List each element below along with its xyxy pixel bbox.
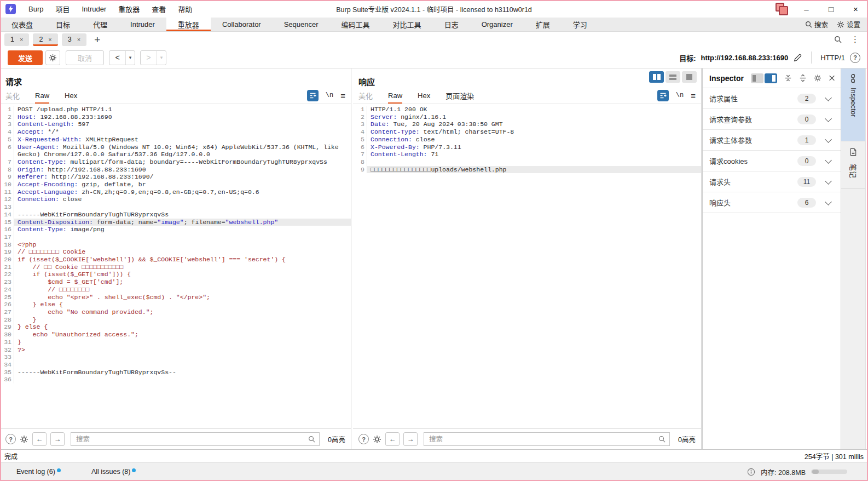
close-tab-icon[interactable]: ×	[20, 36, 23, 43]
target-section: 目标: http://192.168.88.233:1690 HTTP/1 ?	[679, 51, 860, 64]
menu-重放器[interactable]: 重放器	[112, 0, 146, 18]
main-tab-目标[interactable]: 目标	[44, 18, 82, 31]
chevron-down-icon[interactable]	[825, 157, 832, 164]
main-tab-编码工具[interactable]: 编码工具	[330, 18, 381, 31]
main-tab-日志[interactable]: 日志	[433, 18, 470, 31]
request-editor[interactable]: 1POST /upload.php HTTP/1.12Host: 192.168…	[0, 104, 351, 428]
main-tab-Intruder[interactable]: Intruder	[119, 18, 166, 31]
layout-columns-button[interactable]	[649, 71, 664, 83]
chevron-down-icon[interactable]	[825, 94, 832, 101]
send-button[interactable]: 发送	[8, 50, 43, 65]
main-tab-扩展[interactable]: 扩展	[524, 18, 562, 31]
response-tab-美化[interactable]: 美化	[358, 87, 373, 104]
repeater-tab-1[interactable]: 1×	[4, 33, 29, 46]
repeater-tab-2[interactable]: 2×	[33, 33, 57, 46]
show-newlines-icon[interactable]: \n	[676, 91, 684, 99]
show-newlines-icon[interactable]: \n	[326, 91, 333, 99]
layout-single-button[interactable]	[682, 71, 697, 83]
info-icon[interactable]	[747, 468, 755, 476]
add-repeater-tab-button[interactable]: +	[94, 35, 100, 45]
close-tab-icon[interactable]: ×	[48, 36, 51, 43]
menu-项目[interactable]: 项目	[49, 0, 76, 18]
help-icon[interactable]: ?	[850, 53, 860, 63]
search-settings-gear-icon[interactable]	[373, 435, 381, 444]
search-icon[interactable]	[834, 36, 842, 43]
search-input[interactable]	[428, 435, 658, 444]
main-tab-Collaborator[interactable]: Collaborator	[211, 18, 273, 31]
request-tab-Raw[interactable]: Raw	[35, 87, 49, 104]
response-tab-Raw[interactable]: Raw	[388, 87, 402, 104]
help-icon[interactable]: ?	[358, 434, 369, 444]
collapse-all-icon[interactable]	[784, 74, 792, 82]
next-match-button[interactable]: →	[403, 432, 418, 446]
global-settings-button[interactable]: 设置	[837, 19, 860, 30]
edit-target-pencil-icon[interactable]	[793, 53, 802, 62]
request-tab-Hex[interactable]: Hex	[65, 87, 77, 104]
menu-Burp[interactable]: Burp	[22, 0, 49, 18]
pretty-print-icon[interactable]	[657, 90, 669, 101]
request-tab-美化[interactable]: 美化	[5, 87, 20, 104]
main-tab-Organizer[interactable]: Organizer	[470, 18, 524, 31]
history-forward-caret[interactable]: ▾	[157, 51, 166, 65]
event-log-button[interactable]: Event log (6)	[16, 468, 61, 476]
http-version-selector[interactable]: HTTP/1	[820, 54, 845, 62]
recording-indicator-icon	[776, 3, 789, 15]
cancel-button[interactable]: 取消	[66, 50, 104, 65]
search-settings-gear-icon[interactable]	[20, 435, 28, 444]
main-tab-学习[interactable]: 学习	[562, 18, 599, 31]
previous-match-button[interactable]: ←	[32, 432, 47, 446]
main-tab-Sequencer[interactable]: Sequencer	[273, 18, 330, 31]
send-settings-button[interactable]	[45, 50, 60, 65]
side-tab-notes[interactable]: 笔记	[841, 141, 865, 189]
repeater-tab-3[interactable]: 3×	[62, 33, 86, 46]
gear-icon[interactable]	[814, 74, 821, 82]
inspector-section-响应头[interactable]: 响应头6	[703, 192, 841, 213]
inspector-section-请求cookies[interactable]: 请求cookies0	[703, 151, 841, 171]
main-tab-仪表盘[interactable]: 仪表盘	[0, 18, 44, 31]
main-tab-对比工具[interactable]: 对比工具	[381, 18, 433, 31]
history-forward-button[interactable]: >	[141, 51, 157, 65]
chevron-down-icon[interactable]	[825, 115, 832, 122]
inspector-section-请求属性[interactable]: 请求属性2	[703, 88, 841, 109]
history-back-caret[interactable]: ▾	[126, 51, 135, 65]
layout-rows-button[interactable]	[666, 71, 680, 83]
menu-帮助[interactable]: 帮助	[172, 0, 198, 18]
chevron-down-icon[interactable]	[825, 136, 832, 143]
more-options-icon[interactable]: ⋮	[851, 35, 859, 44]
menu-查看[interactable]: 查看	[146, 0, 172, 18]
response-tab-Hex[interactable]: Hex	[418, 87, 430, 104]
maximize-button[interactable]: □	[819, 0, 843, 18]
response-editor[interactable]: 1HTTP/1.1 200 OK2Server: nginx/1.16.13Da…	[353, 104, 701, 428]
side-tab-inspector[interactable]: Inspector	[841, 68, 865, 141]
search-icon	[805, 21, 812, 28]
bottom-bar: Event log (6) All issues (8) 内存: 208.8MB	[0, 462, 868, 481]
expand-all-icon[interactable]	[799, 74, 807, 82]
dock-right-button[interactable]	[765, 73, 777, 83]
inspector-section-请求查询参数[interactable]: 请求查询参数0	[703, 109, 841, 130]
line-number: 22	[0, 271, 14, 278]
dock-left-button[interactable]	[751, 73, 763, 83]
minimize-button[interactable]: –	[794, 0, 819, 18]
search-input[interactable]	[75, 435, 308, 444]
close-tab-icon[interactable]: ×	[77, 36, 80, 43]
editor-menu-icon[interactable]: ≡	[691, 91, 696, 100]
code-line: 4Accept: */*	[0, 128, 351, 136]
pretty-print-icon[interactable]	[307, 90, 319, 101]
close-button[interactable]: ×	[843, 0, 868, 18]
main-tab-重放器[interactable]: 重放器	[166, 18, 211, 31]
menu-Intruder[interactable]: Intruder	[76, 0, 112, 18]
next-match-button[interactable]: →	[50, 432, 65, 446]
inspector-section-请求头[interactable]: 请求头11	[703, 171, 841, 192]
main-tab-代理[interactable]: 代理	[82, 18, 119, 31]
response-tab-页面渲染[interactable]: 页面渲染	[445, 87, 474, 104]
chevron-down-icon[interactable]	[825, 198, 832, 205]
chevron-down-icon[interactable]	[825, 177, 832, 185]
help-icon[interactable]: ?	[5, 434, 16, 444]
history-back-button[interactable]: <	[109, 51, 126, 65]
inspector-section-请求主体参数[interactable]: 请求主体参数1	[703, 130, 841, 151]
all-issues-button[interactable]: All issues (8)	[91, 468, 136, 476]
editor-menu-icon[interactable]: ≡	[340, 91, 345, 100]
previous-match-button[interactable]: ←	[385, 432, 400, 446]
close-icon[interactable]	[829, 75, 835, 82]
global-search-button[interactable]: 搜索	[805, 19, 828, 30]
